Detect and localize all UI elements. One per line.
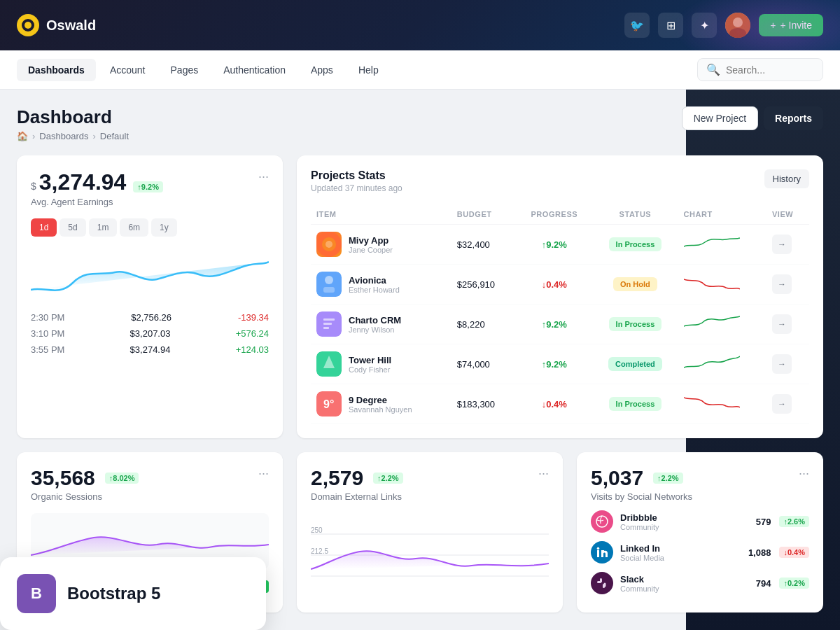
project-thumb — [316, 351, 342, 377]
project-thumb — [316, 232, 342, 257]
project-view: → — [766, 265, 809, 304]
svg-point-9 — [325, 276, 333, 284]
social-row-slack: Slack Community 794 ↑0.2% — [591, 572, 809, 594]
links-amount: 2,579 — [311, 466, 363, 490]
earnings-more-btn[interactable]: ··· — [258, 169, 269, 184]
project-progress: ↓0.4% — [516, 384, 592, 424]
project-progress: ↑9.2% — [516, 344, 592, 384]
project-item-cell: 9° 9 Degree Savannah Nguyen — [311, 384, 451, 424]
svg-text:212.5: 212.5 — [311, 547, 328, 555]
nav-item-help[interactable]: Help — [347, 59, 390, 81]
project-info: Charto CRM Jenny Wilson — [349, 315, 401, 334]
social-info: 5,037 ↑2.2% Visits by Social Networks — [591, 466, 692, 502]
project-view: → — [766, 304, 809, 344]
links-chart: 250 212.5 — [311, 513, 549, 597]
project-budget: $32,400 — [451, 225, 516, 265]
project-status: In Process — [592, 225, 678, 265]
col-item: ITEM — [311, 204, 451, 225]
topbar: Oswald 🐦 ⊞ ✦ + + Invite — [0, 0, 840, 50]
sessions-amount: 35,568 — [31, 466, 95, 490]
svg-point-24 — [596, 516, 608, 527]
links-more-btn[interactable]: ··· — [538, 466, 549, 481]
search-input[interactable] — [726, 64, 814, 76]
grid-icon-btn[interactable]: ⊞ — [658, 13, 683, 38]
project-view: → — [766, 344, 809, 384]
time-row-2: 3:10 PM $3,207.03 +576.24 — [31, 328, 269, 339]
home-icon: 🏠 — [17, 131, 28, 141]
social-row-dribbble: Dribbble Community 579 ↑2.6% — [591, 510, 809, 533]
top-cards-row: $ 3,274.94 ↑9.2% Avg. Agent Earnings ···… — [17, 155, 823, 438]
earnings-info: $ 3,274.94 ↑9.2% Avg. Agent Earnings — [31, 169, 163, 207]
filter-1d[interactable]: 1d — [31, 218, 57, 237]
table-row: Mivy App Jane Cooper $32,400 ↑9.2% In Pr… — [311, 225, 809, 265]
invite-button[interactable]: + + Invite — [759, 14, 823, 36]
svg-rect-10 — [323, 287, 335, 293]
table-row: Avionica Esther Howard $256,910 ↓0.4% On… — [311, 265, 809, 304]
svg-point-1 — [24, 22, 31, 29]
view-btn[interactable]: → — [772, 234, 792, 254]
project-thumb: 9° — [316, 391, 342, 416]
project-progress: ↑9.2% — [516, 225, 592, 265]
svg-point-7 — [326, 241, 332, 248]
nav-item-account[interactable]: Account — [99, 59, 157, 81]
nav-item-dashboards[interactable]: Dashboards — [17, 59, 96, 81]
projects-stats-card: Projects Stats Updated 37 minutes ago Hi… — [297, 155, 823, 438]
view-btn[interactable]: → — [772, 394, 792, 414]
view-btn[interactable]: → — [772, 274, 792, 294]
project-status: In Process — [592, 384, 678, 424]
earnings-chart — [31, 248, 269, 304]
filter-1y[interactable]: 1y — [151, 218, 177, 237]
svg-rect-29 — [597, 581, 601, 583]
sessions-label: Organic Sessions — [31, 491, 139, 502]
avatar[interactable] — [725, 13, 750, 38]
project-budget: $8,220 — [451, 304, 516, 344]
bird-icon-btn[interactable]: 🐦 — [624, 13, 650, 38]
project-status: On Hold — [592, 265, 678, 304]
project-status: In Process — [592, 304, 678, 344]
links-badge: ↑2.2% — [373, 472, 403, 484]
page-title: Dashboard — [17, 106, 129, 128]
search-container: 🔍 — [697, 58, 823, 81]
filter-5d[interactable]: 5d — [59, 218, 85, 237]
social-more-btn[interactable]: ··· — [799, 466, 809, 481]
sessions-more-btn[interactable]: ··· — [258, 466, 269, 481]
breadcrumb: 🏠 › Dashboards › Default — [17, 131, 129, 141]
col-progress: PROGRESS — [516, 204, 592, 225]
earnings-time-data: 2:30 PM $2,756.26 -139.34 3:10 PM $3,207… — [31, 312, 269, 355]
sessions-badge: ↑8.02% — [105, 472, 139, 484]
earnings-card: $ 3,274.94 ↑9.2% Avg. Agent Earnings ···… — [17, 155, 283, 438]
col-status: STATUS — [592, 204, 678, 225]
project-thumb — [316, 272, 342, 297]
sessions-info: 35,568 ↑8.02% Organic Sessions — [31, 466, 139, 502]
view-btn[interactable]: → — [772, 314, 792, 334]
svg-rect-14 — [323, 327, 329, 329]
share-icon-btn[interactable]: ✦ — [692, 13, 717, 38]
new-project-button[interactable]: New Project — [682, 106, 758, 130]
nav-item-pages[interactable]: Pages — [160, 59, 210, 81]
filter-1m[interactable]: 1m — [89, 218, 118, 237]
project-item-cell: Charto CRM Jenny Wilson — [311, 304, 451, 344]
svg-rect-25 — [597, 550, 599, 557]
project-chart — [678, 384, 766, 424]
breadcrumb-dashboards[interactable]: Dashboards — [39, 131, 88, 141]
col-view: VIEW — [766, 204, 809, 225]
earnings-top: $ 3,274.94 ↑9.2% Avg. Agent Earnings ··· — [31, 169, 269, 207]
logo-text: Oswald — [46, 18, 96, 34]
view-btn[interactable]: → — [772, 354, 792, 374]
project-info: Tower Hill Cody Fisher — [349, 355, 391, 374]
table-row: Tower Hill Cody Fisher $74,000 ↑9.2% Com… — [311, 344, 809, 384]
reports-button[interactable]: Reports — [764, 106, 823, 130]
nav-item-apps[interactable]: Apps — [300, 59, 344, 81]
project-item-cell: Tower Hill Cody Fisher — [311, 344, 451, 384]
filter-6m[interactable]: 6m — [120, 218, 148, 237]
time-filters: 1d 5d 1m 6m 1y — [31, 218, 269, 237]
time-row-3: 3:55 PM $3,274.94 +124.03 — [31, 344, 269, 355]
earnings-label: Avg. Agent Earnings — [31, 197, 163, 207]
earnings-dollar: $ — [31, 181, 36, 192]
projects-header-left: Projects Stats Updated 37 minutes ago — [311, 169, 402, 193]
project-info: 9 Degree Savannah Nguyen — [349, 395, 412, 414]
invite-plus-icon: + — [770, 20, 776, 31]
nav-item-authentication[interactable]: Authentication — [212, 59, 297, 81]
svg-point-3 — [733, 18, 743, 27]
history-button[interactable]: History — [764, 169, 809, 188]
